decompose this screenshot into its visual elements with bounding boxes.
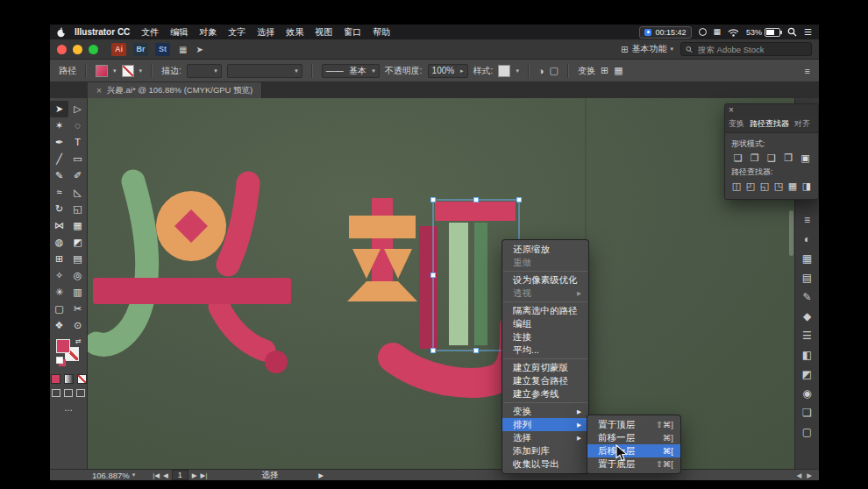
color-panel-icon[interactable]: ◐ — [804, 230, 810, 249]
artboard-tool[interactable]: ▢ — [50, 301, 68, 317]
panel-menu-icon[interactable]: ≡ — [804, 210, 810, 230]
qu-orange-bar[interactable] — [349, 216, 416, 238]
brush-definition-select[interactable]: ▾ — [227, 64, 302, 78]
column-graph-tool[interactable]: ▥ — [68, 284, 87, 301]
share-icon[interactable]: ➤ — [196, 45, 203, 54]
default-colors-icon[interactable] — [56, 357, 63, 364]
draw-normal-button[interactable] — [52, 389, 60, 397]
menubar-menu-2[interactable]: 编辑 — [170, 26, 188, 39]
symbol-sprayer-tool[interactable]: ✳ — [50, 284, 68, 301]
unite-icon[interactable]: ❏ — [731, 152, 744, 165]
eraser-tool[interactable]: ◺ — [68, 184, 87, 201]
draw-inside-button[interactable] — [76, 389, 85, 397]
lasso-tool[interactable]: ◌ — [68, 117, 87, 134]
handle-top-left[interactable] — [431, 198, 436, 202]
style-dropdown-icon[interactable]: ▾ — [516, 67, 519, 74]
handle-middle-left[interactable] — [431, 273, 436, 278]
artboards-panel-icon[interactable]: ▢ — [802, 422, 812, 442]
apple-menu[interactable] — [57, 27, 66, 38]
recolor-artwork-icon[interactable]: ◑ — [538, 66, 544, 76]
appearance-panel-icon[interactable]: ◉ — [802, 384, 811, 403]
change-screen-mode-button[interactable]: … — [50, 403, 87, 413]
screen-recording-timer[interactable]: 00:15:42 — [639, 26, 691, 39]
align-panel-icon[interactable]: ⊞ — [601, 65, 608, 76]
panel-tab-1[interactable]: 变换 — [729, 118, 744, 130]
workspace-switcher[interactable]: ⊞ 基本功能 ▾ — [621, 43, 673, 55]
control-panel-menu-icon[interactable]: ≡ — [805, 66, 810, 76]
selection-tool[interactable]: ➤ — [50, 101, 68, 117]
menubar-menu-8[interactable]: 窗口 — [344, 26, 361, 39]
handle-bottom-center[interactable] — [474, 349, 479, 353]
context-menu-item-14[interactable]: 建立参考线 — [502, 387, 588, 400]
transparency-panel-icon[interactable]: ◩ — [802, 365, 812, 384]
stroke-dropdown-icon[interactable]: ▾ — [139, 67, 143, 74]
symbols-panel-icon[interactable]: ◆ — [803, 307, 811, 326]
previous-artboard-button[interactable]: ◀ — [163, 471, 168, 479]
minus-back-icon[interactable]: ◨ — [801, 180, 812, 193]
handle-bottom-left[interactable] — [431, 349, 436, 353]
qu-top-bar[interactable] — [435, 202, 516, 221]
paintbrush-tool[interactable]: ✎ — [50, 167, 68, 184]
fill-dropdown-icon[interactable]: ▾ — [113, 67, 117, 74]
handle-top-center[interactable] — [474, 198, 479, 202]
artboard-number-select[interactable]: 1 — [172, 470, 189, 480]
exclude-icon[interactable]: ❒ — [782, 152, 795, 165]
perspective-grid-tool[interactable]: ◩ — [68, 234, 87, 251]
divide-icon[interactable]: ◫ — [731, 180, 742, 193]
zoom-level-select[interactable]: 106.887% ▾ — [92, 471, 135, 480]
pencil-tool[interactable]: ✐ — [68, 167, 87, 184]
expand-icon[interactable]: ▣ — [799, 152, 812, 165]
search-input[interactable] — [696, 44, 807, 55]
mesh-tool[interactable]: ⊞ — [50, 251, 68, 267]
menubar-menu-1[interactable]: 文件 — [141, 26, 159, 39]
menubar-menu-9[interactable]: 帮助 — [373, 26, 390, 39]
spotlight-icon[interactable] — [787, 27, 797, 37]
shaper-tool[interactable]: ≈ — [50, 184, 68, 201]
arrange-documents-icon[interactable]: ▦ — [179, 45, 187, 54]
context-menu-item-18[interactable]: 选择▶ — [502, 431, 588, 444]
arrange-submenu-item-4[interactable]: 置于底层⇧⌘[ — [587, 457, 680, 471]
xing-green-swoosh[interactable] — [96, 181, 147, 344]
eyedropper-tool[interactable]: ✧ — [50, 267, 68, 284]
magic-wand-tool[interactable]: ✶ — [50, 117, 68, 134]
stroke-weight-select[interactable]: ▾ — [187, 64, 222, 78]
handle-top-right[interactable] — [517, 198, 522, 202]
brushes-panel-icon[interactable]: ✎ — [802, 287, 811, 307]
outline-icon[interactable]: ▦ — [787, 180, 798, 193]
menubar-menu-4[interactable]: 文字 — [228, 26, 245, 39]
color-guide-panel-icon[interactable]: ▦ — [802, 249, 812, 268]
menubar-menu-7[interactable]: 视图 — [315, 26, 332, 39]
context-menu-item-10[interactable]: 平均... — [502, 344, 588, 357]
merge-icon[interactable]: ◱ — [759, 180, 770, 193]
panel-tab-3[interactable]: 对齐 — [794, 118, 810, 130]
stroke-panel-icon[interactable]: ☰ — [802, 326, 812, 345]
pen-tool[interactable]: ✒ — [50, 134, 68, 151]
transform-label[interactable]: 变换 — [578, 65, 595, 77]
context-menu-item-9[interactable]: 连接 — [502, 330, 588, 344]
draw-behind-button[interactable] — [64, 389, 73, 397]
fill-color-control[interactable] — [96, 65, 108, 77]
slice-tool[interactable]: ✂ — [68, 301, 87, 317]
adobe-stock-search[interactable] — [680, 42, 812, 56]
qu-walk-vertical[interactable] — [419, 226, 438, 349]
none-button[interactable] — [77, 374, 87, 384]
xing-right-flank[interactable] — [228, 183, 248, 265]
hand-tool[interactable]: ❖ — [50, 317, 68, 334]
stroke-color-control[interactable] — [122, 65, 134, 77]
context-menu-item-17[interactable]: 排列▶ — [502, 418, 588, 431]
line-segment-tool[interactable]: ╱ — [50, 151, 68, 167]
scale-tool[interactable]: ◱ — [68, 201, 87, 217]
canvas-vertical-scrollbar[interactable] — [789, 210, 793, 256]
free-transform-tool[interactable]: ▦ — [68, 217, 87, 234]
arrange-submenu-item-1[interactable]: 置于顶层⇧⌘] — [587, 418, 680, 431]
gradient-tool[interactable]: ▤ — [68, 251, 87, 267]
next-artboard-button[interactable]: ▶ — [192, 471, 197, 479]
menubar-menu-5[interactable]: 选择 — [257, 26, 274, 39]
rectangle-tool[interactable]: ▭ — [68, 151, 87, 167]
qu-dark-green-stripe[interactable] — [474, 223, 487, 345]
menubar-menu-3[interactable]: 对象 — [199, 26, 217, 39]
rotate-tool[interactable]: ↻ — [50, 201, 68, 217]
xing-horizontal-bar[interactable] — [93, 278, 291, 304]
notification-center-icon[interactable]: ☰ — [804, 25, 812, 39]
blend-tool[interactable]: ◎ — [68, 267, 87, 284]
